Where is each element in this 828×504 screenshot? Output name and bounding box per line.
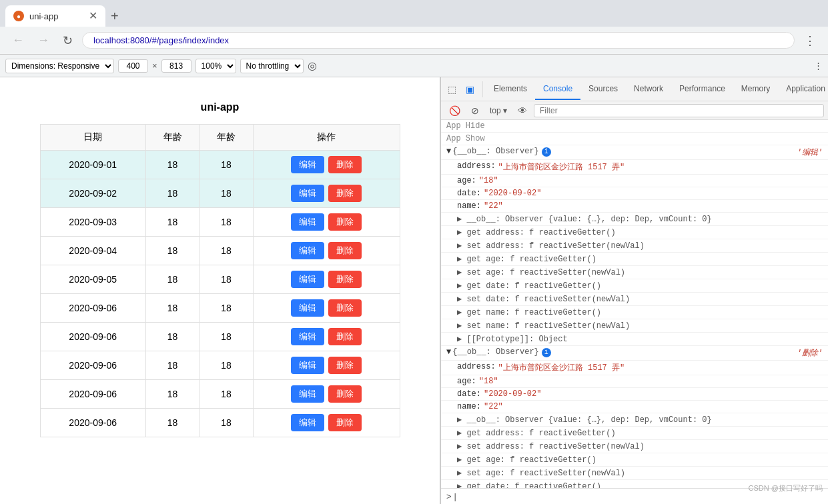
- edit-button[interactable]: 编辑: [291, 185, 324, 202]
- tab-sources[interactable]: Sources: [580, 79, 626, 100]
- refresh-button[interactable]: ↻: [59, 32, 77, 49]
- console-line: ▶ set address: f reactiveSetter(newVal): [441, 440, 828, 453]
- console-line: App Hide: [441, 120, 828, 133]
- console-filter-input[interactable]: [534, 104, 824, 117]
- devtools-device-button[interactable]: ▣: [462, 81, 478, 97]
- cell-action: 编辑删除: [253, 409, 400, 437]
- watermark: CSDN @接口写好了吗: [749, 483, 823, 493]
- tab-memory[interactable]: Memory: [733, 79, 778, 100]
- app-title: uni-app: [40, 91, 400, 124]
- tab-bar: ● uni-app ✕ +: [0, 0, 828, 27]
- height-input[interactable]: [161, 59, 191, 73]
- address-input[interactable]: [82, 32, 795, 49]
- devtools-inspect-button[interactable]: ⬚: [444, 81, 460, 97]
- edit-button[interactable]: 编辑: [291, 299, 324, 317]
- console-filter-button[interactable]: ⊘: [467, 103, 483, 119]
- delete-button[interactable]: 删除: [328, 385, 362, 403]
- cell-date: 2020-09-06: [40, 409, 145, 437]
- screenshot-icon[interactable]: ◎: [308, 59, 317, 72]
- width-input[interactable]: [118, 59, 148, 73]
- dimensions-separator: ×: [152, 61, 157, 71]
- new-tab-button[interactable]: +: [105, 6, 124, 27]
- console-prompt: >: [446, 491, 452, 501]
- tab-network[interactable]: Network: [626, 79, 671, 100]
- edit-button[interactable]: 编辑: [291, 213, 324, 231]
- cell-date: 2020-09-06: [40, 294, 145, 323]
- cell-age2: 18: [199, 380, 253, 409]
- cell-date: 2020-09-06: [40, 351, 145, 380]
- cell-date: 2020-09-05: [40, 265, 145, 294]
- console-line: ▶ get address: f reactiveGetter(): [441, 427, 828, 440]
- tab-console[interactable]: Console: [535, 79, 580, 100]
- tab-elements[interactable]: Elements: [486, 79, 535, 100]
- console-toolbar: 🚫 ⊘ top ▾ 👁: [441, 101, 828, 120]
- delete-button[interactable]: 删除: [328, 242, 362, 259]
- tab-application[interactable]: Application: [778, 79, 828, 100]
- edit-button[interactable]: 编辑: [291, 385, 324, 403]
- console-top-button[interactable]: top ▾: [486, 105, 511, 117]
- tab-favicon: ●: [13, 11, 24, 21]
- address-bar: ← → ↻ ⋮: [0, 27, 828, 55]
- console-output: App HideApp Show▼{__ob__: Observer}i'编辑'…: [441, 120, 828, 488]
- browser-toolbar: Dimensions: Responsive × 100% No throttl…: [0, 55, 828, 77]
- tab-close-button[interactable]: ✕: [89, 11, 97, 21]
- cell-age1: 18: [145, 409, 199, 437]
- table-row: 2020-09-021818编辑删除: [40, 179, 400, 208]
- browser-menu-button[interactable]: ⋮: [800, 32, 820, 49]
- cell-date: 2020-09-06: [40, 323, 145, 351]
- browser-viewport: uni-app 日期 年龄 年龄 操作 2020-09-011818编辑删除20…: [0, 77, 440, 504]
- delete-button[interactable]: 删除: [328, 357, 362, 374]
- console-line: ▼{__ob__: Observer}i'删除': [441, 346, 828, 361]
- cell-action: 编辑删除: [253, 380, 400, 409]
- delete-button[interactable]: 删除: [328, 299, 362, 317]
- console-line: App Show: [441, 133, 828, 145]
- browser-window: ● uni-app ✕ + ← → ↻ ⋮ Dimensions: Respon…: [0, 0, 828, 504]
- col-date: 日期: [40, 125, 145, 151]
- edit-button[interactable]: 编辑: [291, 271, 324, 288]
- delete-button[interactable]: 删除: [328, 271, 362, 288]
- edit-button[interactable]: 编辑: [291, 156, 324, 173]
- back-button[interactable]: ←: [8, 32, 28, 49]
- cell-age2: 18: [199, 351, 253, 380]
- forward-button[interactable]: →: [33, 32, 53, 49]
- console-eye-button[interactable]: 👁: [514, 103, 531, 119]
- console-line: ▶ set date: f reactiveSetter(newVal): [441, 293, 828, 306]
- console-line: address: "上海市普陀区金沙江路 1517 弄": [441, 160, 828, 175]
- console-clear-button[interactable]: 🚫: [445, 103, 464, 119]
- table-row: 2020-09-051818编辑删除: [40, 265, 400, 294]
- table-row: 2020-09-061818编辑删除: [40, 351, 400, 380]
- toolbar-menu-button[interactable]: ⋮: [814, 61, 823, 71]
- tab-performance[interactable]: Performance: [671, 79, 733, 100]
- throttle-select[interactable]: No throttling: [240, 59, 304, 73]
- delete-button[interactable]: 删除: [328, 156, 362, 173]
- cell-age2: 18: [199, 151, 253, 179]
- edit-button[interactable]: 编辑: [291, 414, 324, 431]
- cell-age1: 18: [145, 351, 199, 380]
- cell-age2: 18: [199, 237, 253, 265]
- cell-action: 编辑删除: [253, 151, 400, 179]
- col-age2: 年龄: [199, 125, 253, 151]
- delete-button[interactable]: 删除: [328, 213, 362, 231]
- console-line: ▶ get address: f reactiveGetter(): [441, 226, 828, 239]
- edit-button[interactable]: 编辑: [291, 328, 324, 345]
- console-line: ▼{__ob__: Observer}i'编辑': [441, 145, 828, 160]
- delete-button[interactable]: 删除: [328, 414, 362, 431]
- edit-button[interactable]: 编辑: [291, 357, 324, 374]
- data-table: 日期 年龄 年龄 操作 2020-09-011818编辑删除2020-09-02…: [40, 124, 400, 437]
- console-line: ▶ __ob__: Observer {value: {…}, dep: Dep…: [441, 413, 828, 427]
- table-row: 2020-09-061818编辑删除: [40, 294, 400, 323]
- console-cursor: |: [454, 491, 456, 501]
- cell-age1: 18: [145, 380, 199, 409]
- delete-button[interactable]: 删除: [328, 328, 362, 345]
- console-line: age: "18": [441, 175, 828, 187]
- console-line: date: "2020-09-02": [441, 388, 828, 401]
- edit-button[interactable]: 编辑: [291, 242, 324, 259]
- cell-age1: 18: [145, 323, 199, 351]
- dimensions-select[interactable]: Dimensions: Responsive: [5, 59, 114, 73]
- zoom-select[interactable]: 100%: [195, 59, 236, 73]
- browser-tab[interactable]: ● uni-app ✕: [5, 5, 105, 27]
- delete-button[interactable]: 删除: [328, 185, 362, 202]
- tab-title: uni-app: [29, 11, 83, 21]
- console-line: ▶ set age: f reactiveSetter(newVal): [441, 467, 828, 480]
- console-line: ▶ __ob__: Observer {value: {…}, dep: Dep…: [441, 213, 828, 226]
